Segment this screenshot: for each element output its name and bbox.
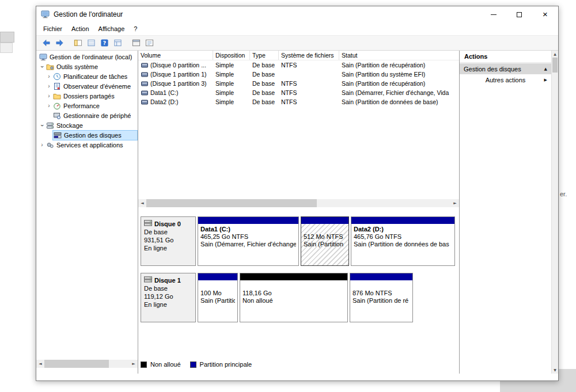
partition-disque-1-1[interactable]: 100 MoSain (Partitio	[198, 273, 238, 322]
collapse-chevron-icon[interactable]: ›	[39, 122, 45, 129]
volume-cell: Simple	[213, 79, 250, 88]
forward-icon[interactable]	[54, 38, 65, 48]
volume-name: (Disque 1 partition 3)	[150, 79, 206, 88]
partition-line: Sain (Partitio	[200, 297, 235, 305]
tree-item-gestion-des-disques[interactable]: Gestion des disques	[36, 130, 138, 140]
scrollbar-thumb[interactable]	[44, 360, 109, 368]
back-icon[interactable]	[41, 38, 51, 48]
partition-line: 465,76 Go NTFS	[354, 233, 452, 241]
partition-line: 100 Mo	[200, 290, 235, 297]
volume-row-data2-d[interactable]: Data2 (D:)SimpleDe baseNTFSSain (Partiti…	[138, 97, 459, 106]
disk-header-disque-0[interactable]: Disque 0De base931,51 GoEn ligne	[141, 216, 196, 266]
column-header-statut[interactable]: Statut	[339, 51, 459, 60]
maximize-button[interactable]	[506, 6, 532, 22]
volume-list-horizontal-scrollbar[interactable]: ◄ ►	[138, 199, 459, 207]
partition-disque-0-1[interactable]: Data1 (C:)465,25 Go NTFSSain (Démarrer, …	[198, 216, 299, 266]
column-header-volume[interactable]: Volume	[138, 51, 213, 60]
partition-title	[304, 226, 346, 233]
titlebar[interactable]: Gestion de l'ordinateur ×	[36, 6, 558, 22]
scrollbar-thumb[interactable]	[146, 199, 317, 207]
partition-disque-0-2[interactable]: 512 Mo NTFSSain (Partition	[301, 216, 349, 266]
menu-item-3[interactable]: ?	[129, 24, 142, 34]
background-window-fragment-2	[0, 43, 13, 53]
tree-horizontal-scrollbar[interactable]: ◄ ►	[36, 360, 138, 368]
scroll-right-button[interactable]: ►	[130, 360, 138, 368]
partition-body: 118,16 GoNon alloué	[240, 280, 347, 322]
tree-item-dossiers-partages[interactable]: ›Dossiers partagés	[36, 91, 138, 101]
expand-chevron-icon[interactable]: ›	[46, 103, 52, 109]
tree-item-gestion-de-l-ordinateur-local[interactable]: Gestion de l'ordinateur (local)	[36, 52, 138, 62]
show-tree-icon[interactable]	[73, 38, 83, 48]
partition-disque-0-3[interactable]: Data2 (D:)465,76 Go NTFSSain (Partition …	[351, 216, 455, 266]
scrollbar-track[interactable]	[146, 199, 451, 207]
export-list-icon[interactable]	[86, 38, 96, 48]
partition-body: Data2 (D:)465,76 Go NTFSSain (Partition …	[351, 224, 454, 265]
tree-item-label: Planificateur de tâches	[63, 73, 127, 80]
computer-management-window: Gestion de l'ordinateur × FichierActionA…	[36, 6, 559, 381]
tree-item-stockage[interactable]: ›Stockage	[36, 120, 138, 130]
console-window-icon[interactable]	[131, 38, 141, 48]
actions-group-label: Gestion des disques	[464, 66, 521, 73]
primary-strip	[301, 217, 348, 224]
menu-bar: FichierActionAffichage?	[36, 22, 558, 35]
actions-panel: Actions Gestion des disques ▲ Autres act…	[459, 51, 558, 374]
scrollbar-track[interactable]	[44, 360, 130, 368]
tree-item-label: Gestion des disques	[64, 132, 122, 139]
actions-vertical-scrollbar[interactable]: ▲ ▼	[551, 51, 558, 374]
actions-item-more-actions[interactable]: Autres actions ▶	[460, 74, 551, 86]
volume-name-cell: (Disque 1 partition 1)	[138, 70, 213, 79]
disk-info-line: De base	[144, 228, 192, 236]
disk-header-disque-1[interactable]: Disque 1De base119,12 GoEn ligne	[141, 273, 196, 322]
event-viewer-icon	[53, 82, 61, 90]
column-header-systeme-de-fichiers[interactable]: Système de fichiers	[279, 51, 339, 60]
volume-name: Data2 (D:)	[150, 97, 178, 106]
menu-item-action[interactable]: Action	[67, 24, 94, 34]
partition-disque-1-3[interactable]: 876 Mo NTFSSain (Partition de ré	[350, 273, 413, 322]
help-icon[interactable]: ?	[99, 38, 109, 48]
expand-chevron-icon[interactable]: ›	[46, 74, 52, 79]
expand-chevron-icon[interactable]: ›	[39, 142, 46, 148]
console-list-icon[interactable]	[144, 38, 154, 48]
menu-item-affichage[interactable]: Affichage	[94, 24, 130, 34]
menu-item-fichier[interactable]: Fichier	[39, 24, 67, 34]
tree-item-outils-systeme[interactable]: ›Outils système	[36, 62, 138, 71]
volume-cell: De base	[250, 79, 279, 88]
volume-name: Data1 (C:)	[150, 88, 178, 97]
collapse-arrow-icon[interactable]: ▲	[544, 67, 547, 71]
scroll-left-button[interactable]: ◄	[36, 360, 44, 368]
expand-chevron-icon[interactable]: ›	[46, 83, 52, 89]
system-tools-icon	[46, 63, 54, 71]
partition-line: 465,25 Go NTFS	[200, 233, 296, 241]
volume-row-disque-1-partition-3[interactable]: (Disque 1 partition 3)SimpleDe baseNTFSS…	[138, 79, 459, 88]
tree-item-services-et-applications[interactable]: ›Services et applications	[36, 140, 138, 150]
computer-icon	[39, 53, 47, 61]
column-header-disposition[interactable]: Disposition	[213, 51, 250, 60]
expand-chevron-icon[interactable]: ›	[46, 93, 52, 99]
collapse-chevron-icon[interactable]: ›	[39, 63, 45, 70]
scroll-down-button[interactable]: ▼	[552, 367, 558, 374]
tree-item-performance[interactable]: ›Performance	[36, 101, 138, 111]
tree-item-planificateur-de-taches[interactable]: ›Planificateur de tâches	[36, 71, 138, 81]
partition-line: Sain (Démarrer, Fichier d'échange	[200, 241, 296, 248]
disk-management-main-panel: VolumeDispositionTypeSystème de fichiers…	[138, 51, 459, 374]
scroll-up-button[interactable]: ▲	[552, 51, 558, 58]
actions-group-disk-management[interactable]: Gestion des disques ▲	[460, 63, 551, 74]
tree-item-label: Outils système	[56, 63, 98, 70]
volume-row-data1-c[interactable]: Data1 (C:)SimpleDe baseNTFSSain (Démarre…	[138, 88, 459, 97]
minimize-button[interactable]	[480, 6, 506, 22]
scrollbar-thumb[interactable]	[552, 58, 558, 73]
volume-cell: Simple	[213, 70, 250, 79]
volume-row-disque-1-partition-1[interactable]: (Disque 1 partition 1)SimpleDe baseSain …	[138, 70, 459, 79]
tree-item-observateur-d-eveneme[interactable]: ›Observateur d'événeme	[36, 81, 138, 91]
partition-title: Data2 (D:)	[354, 226, 452, 233]
volume-row-disque-0-partition[interactable]: (Disque 0 partition ...SimpleDe baseNTFS…	[138, 60, 459, 70]
properties-icon[interactable]	[112, 38, 123, 48]
close-button[interactable]: ×	[532, 6, 558, 22]
scroll-right-button[interactable]: ►	[451, 199, 459, 207]
column-header-type[interactable]: Type	[250, 51, 279, 60]
scrollbar-track[interactable]	[552, 73, 558, 367]
scroll-left-button[interactable]: ◄	[138, 199, 146, 207]
partition-disque-1-2[interactable]: 118,16 GoNon alloué	[240, 273, 348, 322]
tree-item-gestionnaire-de-periphe[interactable]: Gestionnaire de périphé	[36, 111, 138, 120]
volume-cell: De base	[250, 97, 279, 106]
